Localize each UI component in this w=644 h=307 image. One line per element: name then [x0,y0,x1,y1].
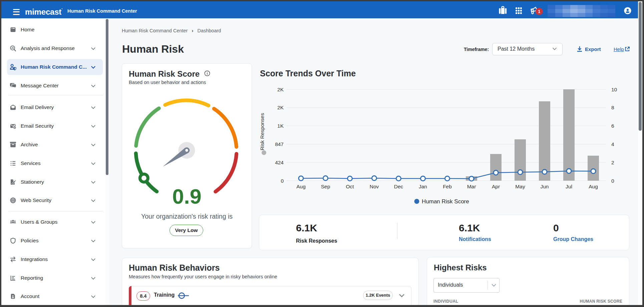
svg-text:2K: 2K [277,105,284,110]
svg-text:2: 2 [611,160,614,165]
svg-text:Sep: Sep [321,184,330,189]
svg-text:Oct: Oct [346,184,354,189]
svg-text:Jan: Jan [419,184,427,189]
svg-text:Human Risk Score: Human Risk Score [422,198,469,205]
svg-text:0: 0 [281,178,284,184]
svg-text:6: 6 [611,123,614,129]
svg-text:1K: 1K [277,123,284,129]
svg-text:424: 424 [275,160,284,165]
svg-text:Risk Responses: Risk Responses [259,113,265,150]
svg-text:Aug: Aug [589,184,598,189]
svg-text:0: 0 [611,178,614,184]
svg-text:Mar: Mar [467,184,476,189]
svg-text:Aug: Aug [296,184,306,189]
svg-text:Dec: Dec [394,184,403,189]
svg-text:10: 10 [611,87,617,92]
svg-text:Feb: Feb [443,184,452,189]
svg-text:847: 847 [275,141,284,147]
svg-text:2K: 2K [277,87,284,92]
svg-text:8: 8 [611,105,614,110]
svg-text:Apr: Apr [492,184,500,189]
svg-text:Jul: Jul [566,184,572,189]
svg-text:May: May [515,184,525,189]
svg-text:4: 4 [611,141,614,147]
svg-text:Jun: Jun [541,184,549,189]
svg-text:Nov: Nov [370,184,379,189]
